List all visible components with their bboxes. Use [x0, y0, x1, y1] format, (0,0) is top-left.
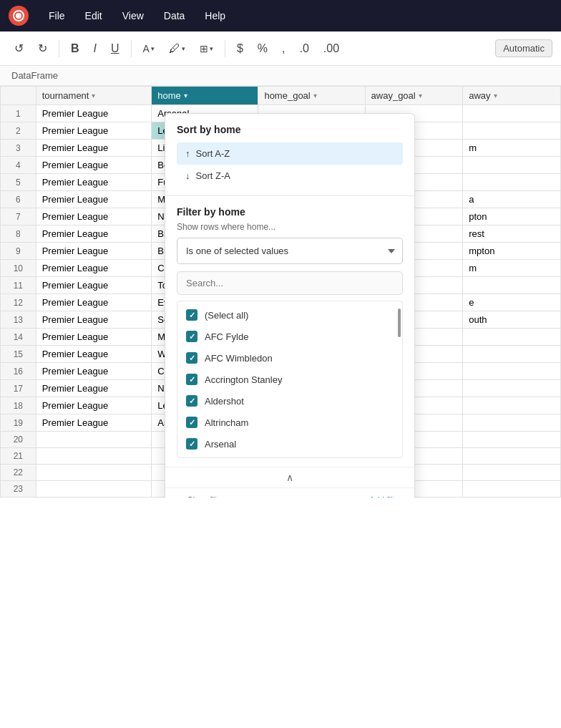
- checkbox-item[interactable]: Aldershot: [177, 390, 402, 412]
- format-selector[interactable]: Automatic: [495, 39, 552, 57]
- cell-A[interactable]: Premier League: [36, 140, 152, 157]
- cell-E[interactable]: [463, 346, 561, 363]
- cell-E[interactable]: [463, 481, 561, 498]
- checkbox[interactable]: [186, 438, 197, 450]
- cell-A[interactable]: Premier League: [36, 122, 152, 140]
- col-B-sort-icon[interactable]: ▾: [184, 92, 187, 100]
- checkbox-item[interactable]: (Select all): [177, 304, 402, 326]
- cell-A[interactable]: Premier League: [36, 311, 152, 329]
- sort-za-option[interactable]: ↓ Sort Z-A: [177, 165, 403, 187]
- cell-E[interactable]: [463, 380, 561, 397]
- highlight-button[interactable]: 🖊 ▾: [163, 39, 191, 58]
- cell-A[interactable]: Premier League: [36, 225, 152, 243]
- cell-E[interactable]: [463, 448, 561, 465]
- col-header-C[interactable]: home_goal ▾: [258, 87, 365, 105]
- cell-E[interactable]: [463, 277, 561, 294]
- sort-az-option[interactable]: ↑ Sort A-Z: [177, 142, 403, 165]
- cell-A[interactable]: Premier League: [36, 174, 152, 191]
- clear-filters-button[interactable]: ✕ Clear filters: [177, 495, 230, 498]
- cell-E[interactable]: mpton: [463, 243, 561, 260]
- cell-A[interactable]: [36, 432, 152, 448]
- checkbox[interactable]: [186, 352, 197, 364]
- col-header-B[interactable]: home ▾: [152, 87, 258, 105]
- cell-E[interactable]: [463, 414, 561, 432]
- checkbox-item[interactable]: AFC Fylde: [177, 326, 402, 347]
- cell-A[interactable]: Premier League: [36, 414, 152, 432]
- cell-E[interactable]: rest: [463, 225, 561, 243]
- cell-A[interactable]: Premier League: [36, 105, 152, 122]
- undo-button[interactable]: ↺: [9, 39, 29, 58]
- col-C-sort-icon[interactable]: ▾: [313, 92, 317, 100]
- cell-A[interactable]: Premier League: [36, 191, 152, 208]
- cell-A[interactable]: Premier League: [36, 243, 152, 260]
- cell-E[interactable]: [463, 157, 561, 174]
- menu-edit[interactable]: Edit: [77, 6, 111, 26]
- cell-A[interactable]: Premier League: [36, 260, 152, 277]
- cell-A[interactable]: Premier League: [36, 380, 152, 397]
- cell-A[interactable]: Premier League: [36, 346, 152, 363]
- col-header-A[interactable]: tournament ▾: [36, 87, 152, 105]
- cell-A[interactable]: Premier League: [36, 329, 152, 346]
- dollar-button[interactable]: $: [231, 39, 249, 58]
- checkbox-item[interactable]: Accrington Stanley: [177, 369, 402, 390]
- checkbox[interactable]: [186, 395, 197, 407]
- comma-button[interactable]: ,: [276, 39, 291, 58]
- col-D-sort-icon[interactable]: ▾: [419, 92, 422, 100]
- checkbox-label: Altrincham: [205, 417, 248, 428]
- cell-E[interactable]: [463, 329, 561, 346]
- cell-E[interactable]: [463, 397, 561, 414]
- decrease-decimal-button[interactable]: .0: [294, 39, 315, 58]
- cell-E[interactable]: m: [463, 260, 561, 277]
- checkbox[interactable]: [186, 331, 197, 342]
- checkbox[interactable]: [186, 417, 197, 428]
- menu-file[interactable]: File: [40, 6, 74, 26]
- cell-E[interactable]: [463, 174, 561, 191]
- menu-data[interactable]: Data: [155, 6, 194, 26]
- percent-button[interactable]: %: [252, 39, 273, 58]
- cell-A[interactable]: Premier League: [36, 363, 152, 380]
- increase-decimal-button[interactable]: .00: [318, 39, 345, 58]
- collapse-button[interactable]: ∧: [165, 467, 414, 487]
- row-number: 12: [1, 294, 36, 311]
- cell-E[interactable]: [463, 432, 561, 448]
- checkbox-item[interactable]: Altrincham: [177, 412, 402, 433]
- cell-E[interactable]: [463, 105, 561, 122]
- cell-A[interactable]: [36, 465, 152, 481]
- cell-A[interactable]: Premier League: [36, 277, 152, 294]
- checkbox[interactable]: [186, 374, 197, 385]
- row-number: 23: [1, 481, 36, 498]
- checkbox-item[interactable]: AFC Wimbledon: [177, 347, 402, 369]
- cell-A[interactable]: [36, 448, 152, 465]
- cell-E[interactable]: [463, 465, 561, 481]
- checkbox[interactable]: [186, 309, 197, 321]
- col-E-sort-icon[interactable]: ▾: [494, 92, 497, 100]
- cell-E[interactable]: [463, 363, 561, 380]
- filter-search-input[interactable]: [177, 271, 403, 295]
- col-header-D[interactable]: away_goal ▾: [365, 87, 463, 105]
- cell-E[interactable]: m: [463, 140, 561, 157]
- col-header-E[interactable]: away ▾: [463, 87, 561, 105]
- cell-E[interactable]: a: [463, 191, 561, 208]
- filter-type-select[interactable]: Is one of selected valuesIs not one of s…: [177, 238, 403, 264]
- cell-A[interactable]: [36, 481, 152, 498]
- cell-E[interactable]: pton: [463, 208, 561, 225]
- menu-help[interactable]: Help: [196, 6, 234, 26]
- cell-E[interactable]: [463, 122, 561, 140]
- col-A-sort-icon[interactable]: ▾: [92, 92, 95, 100]
- italic-button[interactable]: I: [88, 39, 102, 58]
- bold-button[interactable]: B: [65, 39, 85, 58]
- add-filter-button[interactable]: + Add filter: [362, 495, 403, 498]
- redo-button[interactable]: ↻: [32, 39, 53, 58]
- cell-E[interactable]: e: [463, 294, 561, 311]
- borders-button[interactable]: ⊞ ▾: [194, 40, 219, 57]
- menu-view[interactable]: View: [114, 6, 152, 26]
- cell-A[interactable]: Premier League: [36, 157, 152, 174]
- cell-A[interactable]: Premier League: [36, 397, 152, 414]
- text-color-button[interactable]: A ▾: [137, 40, 160, 57]
- cell-A[interactable]: Premier League: [36, 294, 152, 311]
- scrollbar[interactable]: [398, 309, 401, 337]
- checkbox-item[interactable]: Arsenal: [177, 433, 402, 455]
- cell-A[interactable]: Premier League: [36, 208, 152, 225]
- underline-button[interactable]: U: [105, 39, 125, 58]
- cell-E[interactable]: outh: [463, 311, 561, 329]
